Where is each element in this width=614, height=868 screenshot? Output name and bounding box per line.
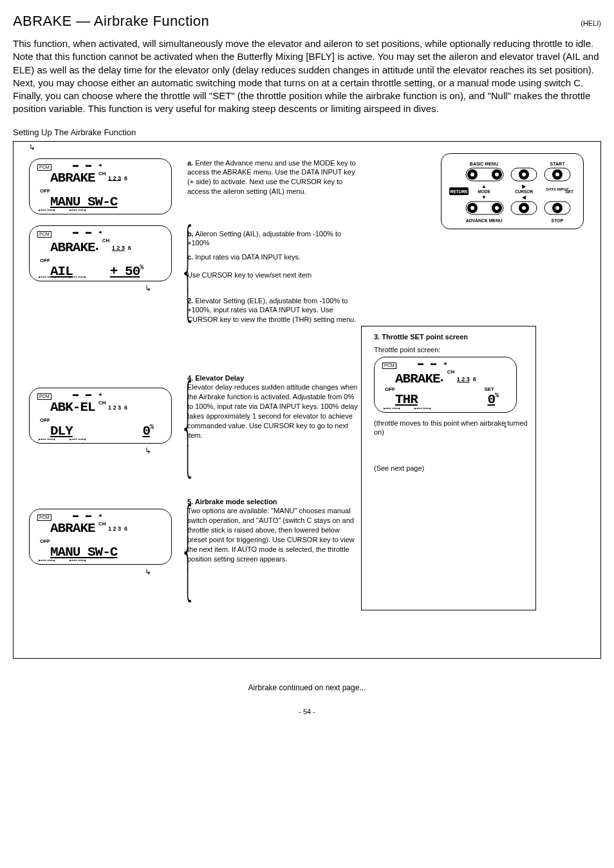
brace-icon: ⎧⎨⎩ — [183, 504, 192, 602]
kp-stop-label: STOP — [552, 218, 564, 223]
kp-mode-label: MODE — [478, 189, 490, 194]
svg-point-5 — [495, 173, 499, 176]
off-label: OFF — [40, 258, 50, 263]
off-label: OFF — [40, 188, 50, 194]
svg-point-22 — [495, 206, 499, 210]
ch-numbers: 1 2 3 — [108, 525, 121, 531]
function-description: This function, when activated, will simu… — [13, 37, 601, 116]
pcm-badge: PCM — [37, 164, 51, 171]
svg-text:▲: ▲ — [481, 184, 487, 189]
brace-icon: ⎧⎨⎩ — [183, 380, 192, 478]
lcd-screen-1: PCM ▬ ▬ ◂ ABRAKE CH 1 2 3 6 OFF MANU SW-… — [29, 158, 172, 214]
kp-basic-label: BASIC MENU — [470, 162, 498, 166]
annot-cursor: Use CURSOR key to view/set next item — [187, 270, 358, 280]
ch-numbers: 1 2 3 — [112, 245, 125, 251]
annot-mode: 5. Airbrake mode selection Two options a… — [187, 497, 358, 564]
annot-elev: 2. Elevator Setting (ELE), adjustable fr… — [187, 296, 358, 325]
pct: % — [150, 424, 153, 431]
kp-start-label: START — [550, 162, 566, 166]
svg-point-8 — [522, 173, 526, 176]
svg-point-20 — [470, 206, 474, 210]
svg-point-11 — [555, 173, 559, 176]
ch-numbers: 1 2 3 — [108, 404, 121, 410]
kp-return-label: RETURN — [450, 189, 467, 194]
ch6: 6 — [124, 175, 127, 181]
ch6: 6 — [124, 404, 127, 410]
flow-arrow-in: ↳ — [29, 143, 35, 152]
off-label: OFF — [40, 417, 50, 423]
header-context: (HELI) — [581, 19, 601, 27]
lcd-screen-4: PCM ▬ ▬ ◂ ABRAKE CH 1 2 3 6 OFF MANU SW-… — [29, 509, 172, 565]
annot-b: b. Aileron Setting (AIL), adjustable fro… — [187, 229, 358, 249]
lcd-func: ABRAKE — [50, 171, 95, 185]
svg-point-3 — [470, 173, 474, 176]
continued-note: Airbrake continued on next page... — [13, 683, 601, 692]
svg-text:▼: ▼ — [481, 194, 487, 200]
ch-label: CH — [98, 171, 106, 176]
svg-text:◀: ◀ — [522, 194, 526, 200]
pcm-badge: PCM — [37, 231, 51, 238]
page-number: - 54 - — [13, 708, 601, 715]
annot-c: c. Input rates via DATA INPUT keys. — [187, 252, 358, 262]
lcd-func: ABRAKE — [50, 521, 95, 536]
svg-text:+: + — [556, 166, 559, 172]
setup-heading: Setting Up The Airbrake Function — [13, 127, 601, 137]
off-label: OFF — [40, 538, 50, 544]
lcd-screen-2: PCM ▬ ▬ ◂ ABRAKE. CH 1 2 3 6 OFF AIL + 5… — [29, 225, 172, 281]
pct: % — [140, 264, 143, 271]
annot-a: a. Enter the Advance menu and use the MO… — [187, 158, 361, 196]
right-frame — [361, 326, 536, 610]
annot-delay: 4. Elevator Delay Elevator delay reduces… — [187, 373, 358, 440]
ch-label: CH — [98, 521, 106, 527]
kp-set-label: SET — [565, 189, 573, 194]
tx-keypad: BASIC MENU START + RETURN ▲ MODE ▼ ▶ — [441, 153, 584, 229]
diagram-frame: ↳ BASIC MENU START + RETURN ▲ — [13, 141, 601, 659]
svg-point-25 — [522, 206, 526, 210]
pcm-badge: PCM — [37, 514, 51, 521]
svg-text:−: − — [555, 205, 559, 212]
kp-cursor-label: CURSOR — [515, 189, 533, 194]
page-title: ABRAKE — Airbrake Function — [13, 13, 209, 30]
pcm-badge: PCM — [37, 393, 51, 400]
ch-label: CH — [98, 400, 106, 406]
svg-text:▶: ▶ — [522, 184, 526, 189]
kp-advance-label: ADVANCE MENU — [466, 218, 503, 223]
lcd-screen-3: PCM ▬ ▬ ◂ ABK-EL CH 1 2 3 6 OFF DLY 0% ▸… — [29, 388, 172, 444]
ch-label: CH — [102, 238, 110, 243]
lcd-func: ABRAKE — [50, 240, 95, 255]
ch6: 6 — [128, 245, 131, 251]
lcd-func-abkel: ABK-EL — [50, 400, 95, 415]
ch-numbers: 1 2 3 — [108, 175, 121, 181]
ch6: 6 — [124, 525, 127, 531]
